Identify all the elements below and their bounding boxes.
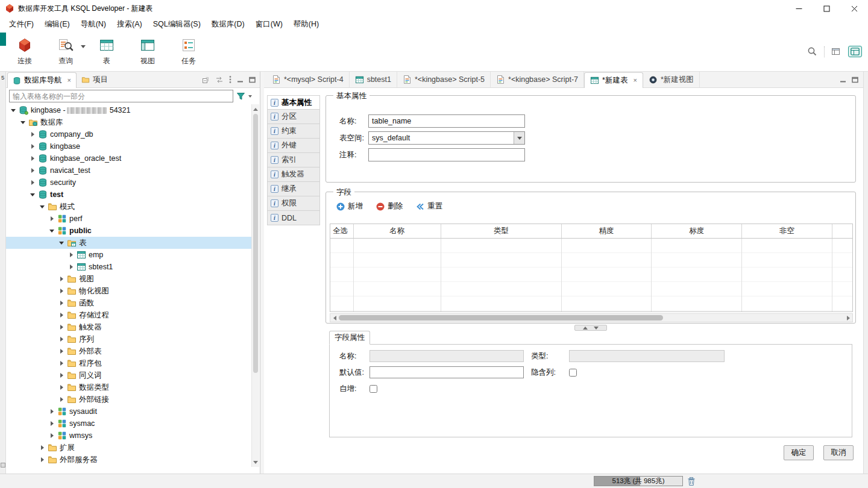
tree-expander-icon[interactable] xyxy=(57,385,66,390)
toolbar-button[interactable]: 视图 xyxy=(133,34,163,69)
editor-tab[interactable]: *<mysql> Script-4 xyxy=(266,72,350,87)
close-icon[interactable]: × xyxy=(633,77,637,84)
tree-expander-icon[interactable] xyxy=(28,193,37,196)
grid-column-header[interactable] xyxy=(832,224,852,238)
category-item[interactable]: i分区 xyxy=(267,110,320,124)
active-perspective-icon[interactable] xyxy=(848,46,862,57)
tree-item[interactable]: sysaudit xyxy=(6,405,251,418)
tree-item[interactable]: company_db xyxy=(6,128,251,140)
tree-expander-icon[interactable] xyxy=(28,132,37,137)
menu-item[interactable]: 文件(F) xyxy=(4,17,39,31)
editor-tab[interactable]: sbtest1 xyxy=(350,72,397,87)
tree-item[interactable]: security xyxy=(6,177,251,189)
minimize-button[interactable] xyxy=(785,0,813,17)
menu-item[interactable]: 窗口(W) xyxy=(250,17,288,31)
hidden-column-checkbox[interactable] xyxy=(569,369,577,377)
maximize-view-icon[interactable] xyxy=(852,77,858,83)
search-icon[interactable] xyxy=(807,46,817,57)
tree-expander-icon[interactable] xyxy=(57,397,66,402)
tree-vertical-scrollbar[interactable] xyxy=(251,104,259,467)
tree-expander-icon[interactable] xyxy=(57,242,66,245)
category-item[interactable]: i约束 xyxy=(267,124,320,139)
tree-filter-input[interactable] xyxy=(9,90,233,102)
trash-icon[interactable] xyxy=(687,477,696,486)
category-item[interactable]: i外键 xyxy=(267,139,320,153)
menu-item[interactable]: SQL编辑器(S) xyxy=(148,17,206,31)
scrollbar-thumb[interactable] xyxy=(253,114,258,373)
delete-field-button[interactable]: 删除 xyxy=(373,199,406,213)
tree-expander-icon[interactable] xyxy=(37,205,47,208)
filter-caret-icon[interactable] xyxy=(248,95,252,98)
grid-column-header[interactable]: 名称 xyxy=(354,224,441,238)
tree-expander-icon[interactable] xyxy=(47,230,57,233)
reset-fields-button[interactable]: 重置 xyxy=(413,199,445,213)
tree-item[interactable]: navicat_test xyxy=(6,164,251,177)
tree-expander-icon[interactable] xyxy=(57,313,66,318)
splitter-handle[interactable] xyxy=(574,325,607,331)
tree-item[interactable]: sysmac xyxy=(6,418,251,430)
collapse-all-icon[interactable] xyxy=(202,76,210,84)
editor-tab[interactable]: *<kingbase> Script-7 xyxy=(491,72,584,87)
category-item[interactable]: iDDL xyxy=(267,211,320,225)
tree-item[interactable] xyxy=(6,466,251,467)
tree-expander-icon[interactable] xyxy=(28,168,37,173)
tree-expander-icon[interactable] xyxy=(66,252,76,257)
tree-item[interactable]: wmsys xyxy=(6,430,251,442)
category-item[interactable]: i继承 xyxy=(267,182,320,196)
add-field-button[interactable]: 新增 xyxy=(333,199,366,213)
tree-expander-icon[interactable] xyxy=(47,409,57,414)
toolbar-button[interactable]: 连接 xyxy=(10,34,40,69)
tree-expander-icon[interactable] xyxy=(37,457,47,462)
tree-item[interactable]: 物化视图 xyxy=(6,285,251,297)
open-perspective-icon[interactable] xyxy=(831,47,841,56)
link-with-editor-icon[interactable] xyxy=(215,76,224,84)
table-name-input[interactable] xyxy=(368,114,525,128)
scroll-right-icon[interactable] xyxy=(844,314,852,322)
navigator-tab[interactable]: 项目 xyxy=(77,72,113,87)
tree-item[interactable]: 扩展 xyxy=(6,442,251,454)
tree-expander-icon[interactable] xyxy=(57,373,66,378)
tree-expander-icon[interactable] xyxy=(47,433,57,438)
scroll-down-icon[interactable] xyxy=(252,458,259,466)
menu-item[interactable]: 搜索(A) xyxy=(112,17,148,31)
comment-input[interactable] xyxy=(368,148,525,161)
minimize-view-icon[interactable] xyxy=(840,77,846,83)
tree-item[interactable]: 外部链接 xyxy=(6,393,251,405)
tree-item[interactable]: kingbase - 54321 xyxy=(6,104,251,116)
tree-item[interactable]: 模式 xyxy=(6,201,251,213)
tree-expander-icon[interactable] xyxy=(57,301,66,305)
tree-item[interactable]: 序列 xyxy=(6,333,251,345)
splitter[interactable] xyxy=(326,324,856,331)
field-props-tab[interactable]: 字段属性 xyxy=(329,331,370,345)
grid-column-header[interactable]: 非空 xyxy=(742,224,832,238)
editor-tab[interactable]: *新建表× xyxy=(584,72,643,88)
combo-caret-icon[interactable] xyxy=(514,132,524,144)
minimized-view-icon[interactable] xyxy=(1,463,5,468)
close-button[interactable] xyxy=(840,0,868,17)
tree-item[interactable]: 同义词 xyxy=(6,369,251,381)
tree-item[interactable]: 数据库 xyxy=(6,116,251,128)
category-item[interactable]: i索引 xyxy=(267,153,320,167)
editor-tab[interactable]: *<kingbase> Script-5 xyxy=(397,72,491,87)
tree-expander-icon[interactable] xyxy=(28,180,37,185)
grid-column-header[interactable]: 精度 xyxy=(562,224,652,238)
grid-column-header[interactable]: 全选 xyxy=(330,224,354,238)
prop-default-input[interactable] xyxy=(370,366,524,378)
scroll-up-icon[interactable] xyxy=(252,105,259,113)
tree-expander-icon[interactable] xyxy=(18,121,28,124)
tree-item[interactable]: 程序包 xyxy=(6,357,251,369)
tree-item[interactable]: 函数 xyxy=(6,297,251,309)
maximize-button[interactable] xyxy=(813,0,840,17)
tablespace-select[interactable]: sys_default xyxy=(368,131,525,145)
tree-expander-icon[interactable] xyxy=(57,277,66,281)
menu-item[interactable]: 编辑(E) xyxy=(39,17,75,31)
tree-expander-icon[interactable] xyxy=(57,349,66,354)
grid-column-header[interactable]: 类型 xyxy=(441,224,562,238)
editor-tab[interactable]: *新建视图 xyxy=(643,72,700,87)
toolbar-button[interactable]: 任务 xyxy=(174,34,204,69)
tree-item[interactable]: 存储过程 xyxy=(6,309,251,321)
scrollbar-thumb[interactable] xyxy=(339,315,663,321)
tree-item[interactable]: perf xyxy=(6,213,251,225)
category-item[interactable]: i权限 xyxy=(267,196,320,211)
category-item[interactable]: i触发器 xyxy=(267,167,320,182)
